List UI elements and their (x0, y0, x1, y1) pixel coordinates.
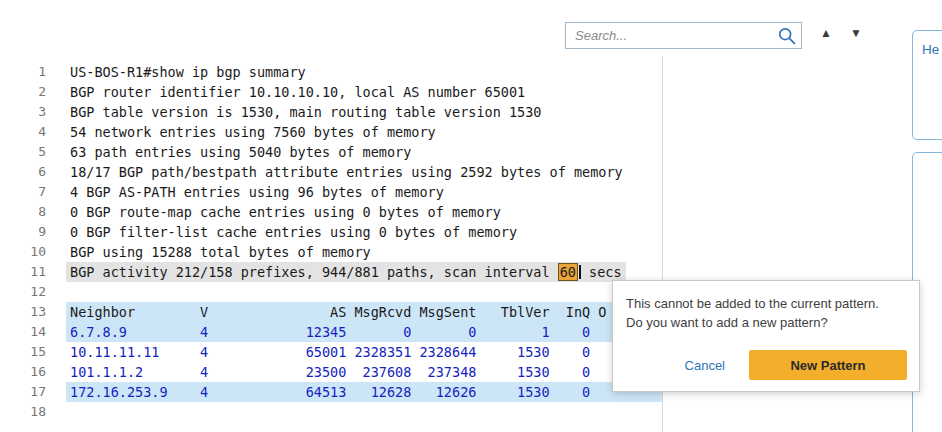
search-input[interactable] (566, 23, 801, 48)
line-number: 18 (0, 402, 46, 422)
line-number: 1 (0, 62, 46, 82)
code-line-active[interactable]: 11 BGP activity 212/158 prefixes, 944/88… (0, 262, 662, 282)
code-text: 0 BGP filter-list cache entries using 0 … (66, 222, 521, 242)
app-root: { "search": { "placeholder": "Search..."… (0, 0, 942, 432)
search-box (565, 22, 802, 49)
line-number: 5 (0, 142, 46, 162)
code-text: US-BOS-R1#show ip bgp summary (66, 62, 310, 82)
code-text: Neighbor V AS MsgRcvd MsgSent TblVer InQ… (66, 302, 662, 322)
code-line[interactable]: 6 18/17 BGP path/bestpath attribute entr… (0, 162, 662, 182)
code-text-before: BGP activity 212/158 prefixes, 944/881 p… (70, 264, 558, 280)
new-pattern-dialog: This cannot be added to the current patt… (612, 280, 920, 392)
dialog-button-row: Cancel New Pattern (685, 350, 907, 380)
code-line[interactable]: 7 4 BGP AS-PATH entries using 96 bytes o… (0, 182, 662, 202)
find-previous-button[interactable]: ▲ (820, 26, 832, 40)
line-number: 8 (0, 202, 46, 222)
code-text: BGP activity 212/158 prefixes, 944/881 p… (66, 262, 626, 282)
code-line[interactable]: 9 0 BGP filter-list cache entries using … (0, 222, 662, 242)
dialog-message-line1: This cannot be added to the current patt… (626, 294, 906, 313)
code-text: BGP table version is 1530, main routing … (66, 102, 545, 122)
line-number: 7 (0, 182, 46, 202)
help-link[interactable]: He (922, 42, 939, 57)
line-number: 6 (0, 162, 46, 182)
code-text: 6.7.8.9 4 12345 0 0 1 0 (66, 322, 662, 342)
command-output-editor: 1 US-BOS-R1#show ip bgp summary 2 BGP ro… (0, 62, 662, 422)
selected-token[interactable]: 60 (558, 263, 578, 281)
code-line[interactable]: 18 (0, 402, 662, 422)
search-icon[interactable] (777, 26, 797, 46)
code-line[interactable]: 8 0 BGP route-map cache entries using 0 … (0, 202, 662, 222)
line-number: 16 (0, 362, 46, 382)
code-line[interactable]: 4 54 network entries using 7560 bytes of… (0, 122, 662, 142)
code-text: 10.11.11.11 4 65001 2328351 2328644 1530… (66, 342, 594, 362)
line-number: 11 (0, 262, 46, 282)
code-line[interactable]: 12 (0, 282, 662, 302)
code-line-neighbor-row[interactable]: 15 10.11.11.11 4 65001 2328351 2328644 1… (0, 342, 662, 362)
code-text: 18/17 BGP path/bestpath attribute entrie… (66, 162, 627, 182)
code-text-after: secs (581, 264, 622, 280)
line-number: 2 (0, 82, 46, 102)
line-number: 14 (0, 322, 46, 342)
line-number: 15 (0, 342, 46, 362)
code-text: BGP using 15288 total bytes of memory (66, 242, 375, 262)
cancel-button[interactable]: Cancel (685, 358, 725, 373)
line-number: 13 (0, 302, 46, 322)
code-line[interactable]: 1 US-BOS-R1#show ip bgp summary (0, 62, 662, 82)
code-line[interactable]: 3 BGP table version is 1530, main routin… (0, 102, 662, 122)
code-line-neighbor-row[interactable]: 16 101.1.1.2 4 23500 237608 237348 1530 … (0, 362, 662, 382)
line-number: 10 (0, 242, 46, 262)
line-number: 12 (0, 282, 46, 302)
code-line-table-header[interactable]: 13 Neighbor V AS MsgRcvd MsgSent TblVer … (0, 302, 662, 322)
code-text: 101.1.1.2 4 23500 237608 237348 1530 0 (66, 362, 594, 382)
code-text: 172.16.253.9 4 64513 12628 12626 1530 0 (66, 382, 662, 402)
line-number: 3 (0, 102, 46, 122)
code-text: 4 BGP AS-PATH entries using 96 bytes of … (66, 182, 448, 202)
new-pattern-button[interactable]: New Pattern (749, 350, 907, 380)
code-line[interactable]: 5 63 path entries using 5040 bytes of me… (0, 142, 662, 162)
find-next-button[interactable]: ▼ (850, 26, 862, 40)
code-text: 54 network entries using 7560 bytes of m… (66, 122, 440, 142)
line-number: 4 (0, 122, 46, 142)
code-text: BGP router identifier 10.10.10.10, local… (66, 82, 529, 102)
code-line[interactable]: 10 BGP using 15288 total bytes of memory (0, 242, 662, 262)
code-text: 0 BGP route-map cache entries using 0 by… (66, 202, 505, 222)
code-line[interactable]: 2 BGP router identifier 10.10.10.10, loc… (0, 82, 662, 102)
code-line-neighbor-row[interactable]: 17 172.16.253.9 4 64513 12628 12626 1530… (0, 382, 662, 402)
code-text: 63 path entries using 5040 bytes of memo… (66, 142, 415, 162)
line-number: 17 (0, 382, 46, 402)
code-line-neighbor-row[interactable]: 14 6.7.8.9 4 12345 0 0 1 0 (0, 322, 662, 342)
line-number: 9 (0, 222, 46, 242)
dialog-message-line2: Do you want to add a new pattern? (626, 313, 906, 332)
